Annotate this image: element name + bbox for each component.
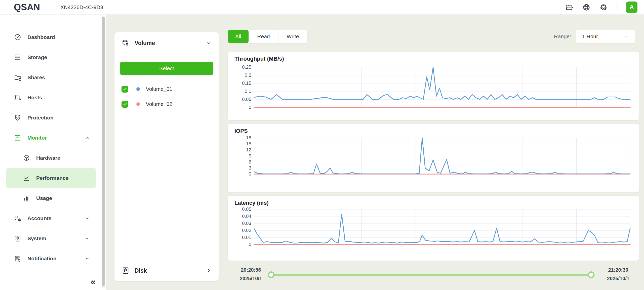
sidebar-item-system[interactable]: System [0,228,106,248]
y-axis-tick-label: 18 [229,135,251,141]
y-axis-tick-label: 0.15 [229,80,251,86]
sidebar-item-label: Protection [27,115,54,121]
plot-area-latency [254,209,630,244]
sidebar-item-label: Hosts [27,95,42,101]
sidebar-item-label: Usage [36,195,52,201]
user-avatar[interactable]: A [626,2,637,13]
sidebar-item-label: Notification [27,256,57,262]
y-axis-tick-label: 0.05 [229,97,251,102]
tab-write[interactable]: Write [278,30,307,43]
chevron-right-icon [206,268,212,274]
sidebar-item-accounts[interactable]: Accounts [0,208,106,228]
sidebar-item-usage[interactable]: Usage [0,188,106,208]
support-headset-icon[interactable] [599,3,608,11]
sidebar-item-hardware[interactable]: Hardware [0,148,106,168]
chart-card-latency: Latency (ms)0.050.040.030.020.010 [228,196,639,261]
range-value: 1 Hour [582,33,598,39]
range-dropdown[interactable]: 1 Hour [576,30,635,43]
slider-start-label: 20:20:56 2025/10/1 [230,266,272,283]
volume-name: Volume_01 [146,86,172,92]
checkbox-checked[interactable] [122,86,128,93]
sidebar-item-dashboard[interactable]: Dashboard [0,27,106,47]
sidebar-item-protection[interactable]: Protection [0,108,106,128]
sidebar-item-hosts[interactable]: Hosts [0,88,106,108]
chart-card-iops: IOPS1815129630 [228,124,639,192]
volume-checkbox-row[interactable]: Volume_01 [122,81,214,97]
y-axis-tick-label: 6 [229,159,251,165]
volume-group-title: Volume [135,40,155,47]
y-axis-tick-label: 0.1 [229,89,251,94]
sidebar-item-label: Dashboard [27,34,55,40]
range-group: Range: 1 Hour [554,30,635,43]
range-label: Range: [554,33,571,39]
sidebar-item-notification[interactable]: Notification [0,248,106,269]
chart-title-latency: Latency (ms) [234,200,269,206]
checkbox-checked[interactable] [122,101,128,108]
chevron-down-icon [85,256,90,261]
sidebar-item-performance[interactable]: Performance [6,168,96,188]
disk-drive-icon [122,267,130,275]
sidebar-item-label: Shares [27,74,45,80]
sidebar-item-label: Performance [36,175,68,181]
y-axis-tick-label: 15 [229,141,251,147]
volume-group-header[interactable]: Volume [114,32,219,54]
line-chart-icon [23,174,30,182]
start-time: 20:20:56 [230,266,272,274]
file-manager-icon[interactable] [565,3,573,11]
hosts-icon [14,94,21,101]
volume-list: Volume_01Volume_02 [122,81,214,112]
sidebar-item-shares[interactable]: Shares [0,67,106,88]
chevron-down-icon [206,40,212,46]
y-axis-tick-label: 0 [229,242,251,247]
y-axis-tick-label: 0.03 [229,221,251,226]
series-color-dot [136,87,140,91]
topbar-actions: A [565,2,644,13]
volume-name: Volume_02 [146,101,172,107]
monitor-icon [14,134,21,142]
sidebar-item-label: System [27,235,46,241]
sidebar-item-storage[interactable]: Storage [0,47,106,67]
sidebar-scrollbar [102,16,105,288]
y-axis-tick-label: 0.05 [229,206,251,212]
sidebar-nav: DashboardStorageSharesHostsProtectionMon… [0,15,106,269]
slider-end-label: 21:20:30 2025/10/1 [597,266,639,283]
tab-all[interactable]: All [228,30,249,43]
sidebar-item-label: Monitor [27,135,47,141]
volume-checkbox-row[interactable]: Volume_02 [122,97,214,112]
tab-read[interactable]: Read [249,30,278,43]
chevron-down-icon [85,216,90,221]
end-date: 2025/10/1 [597,274,639,283]
folder-share-icon [14,74,21,81]
sidebar-collapse-button[interactable]: « [91,277,96,286]
language-globe-icon[interactable] [582,3,590,11]
slider-track[interactable] [271,274,591,276]
sidebar-item-label: Accounts [27,215,52,221]
y-axis-tick-label: 0 [229,171,251,177]
topbar-divider [50,4,50,11]
disk-group-title: Disk [135,267,147,274]
selector-panel: Volume Select Volume_01Volume_02 Disk [114,32,219,281]
y-axis-tick-label: 0.25 [229,64,251,70]
sidebar-item-monitor[interactable]: Monitor [0,128,106,148]
gauge-icon [14,33,21,41]
chart-card-throughput: Throughput (MB/s)0.250.20.150.10.050 [228,52,639,120]
sidebar-item-label: Hardware [36,155,60,161]
disk-group-header[interactable]: Disk [114,260,219,281]
app-root: QSAN XN4226D-4C-9D8 A DashboardStorageSh… [0,0,644,290]
slider-handle-left[interactable] [268,271,274,278]
bar-chart-icon [23,194,30,202]
y-axis-tick-label: 0.2 [229,72,251,78]
y-axis-tick-label: 12 [229,147,251,153]
sidebar-scrollbar-thumb[interactable] [102,17,105,286]
slider-handle-right[interactable] [588,271,594,278]
chart-title-iops: IOPS [234,128,248,134]
select-button[interactable]: Select [120,62,213,75]
chevron-down-icon [85,236,90,241]
plot-area-iops [254,138,630,174]
start-date: 2025/10/1 [230,274,272,283]
chart-title-throughput: Throughput (MB/s) [234,56,284,62]
topbar-separator [617,3,617,11]
series-color-dot [136,102,140,106]
y-axis-tick-label: 3 [229,165,251,171]
plot-area-throughput [254,67,630,107]
